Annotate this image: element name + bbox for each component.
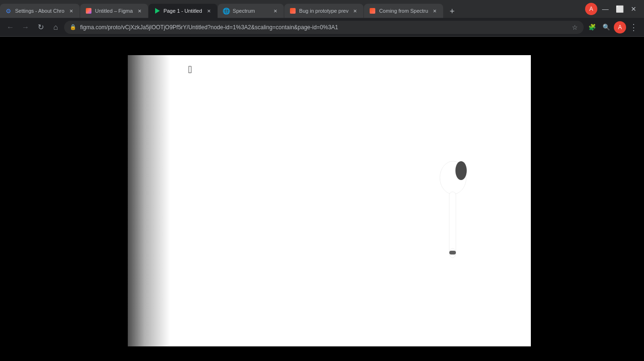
home-button[interactable]: ⌂ (49, 21, 62, 34)
tab-bug-proto-close[interactable]: ✕ (351, 7, 359, 15)
browser-window: ⚙ Settings - About Chro ✕ Untitled – Fig… (0, 0, 644, 361)
tab-spectrum-close[interactable]: ✕ (272, 7, 279, 15)
spectrum-favicon: 🌐 (223, 7, 230, 15)
tab-settings-close[interactable]: ✕ (67, 7, 75, 15)
window-controls: A — ⬜ ✕ (581, 0, 644, 18)
back-button[interactable]: ← (4, 21, 17, 34)
close-button[interactable]: ✕ (627, 2, 640, 16)
extensions-button[interactable]: 🧩 (586, 21, 599, 34)
toolbar-right: 🧩 🔍 A ⋮ (586, 21, 640, 34)
tab-coming-spectrum-close[interactable]: ✕ (431, 7, 438, 15)
apple-logo:  (188, 64, 192, 76)
address-bar[interactable]: 🔒 figma.com/proto/vCjXzkJa5jlOOTjO9Pf5rY… (64, 21, 584, 34)
tab-settings-label: Settings - About Chro (15, 8, 65, 14)
tab-figma-untitled[interactable]: Untitled – Figma ✕ (80, 4, 148, 18)
tab-bug-proto[interactable]: Bug in prototype prev ✕ (284, 4, 364, 18)
tab-bar: ⚙ Settings - About Chro ✕ Untitled – Fig… (0, 0, 644, 18)
tab-figma-untitled-label: Untitled – Figma (95, 8, 133, 14)
tab-spectrum-label: Spectrum (233, 8, 269, 14)
profile-avatar[interactable]: A (614, 21, 626, 33)
tab-figma-proto[interactable]: Page 1 - Untitled ✕ (149, 4, 217, 18)
tab-figma-proto-close[interactable]: ✕ (205, 7, 213, 15)
url-text: figma.com/proto/vCjXzkJa5jlOOTjO9Pf5rY/U… (80, 24, 568, 31)
tab-coming-spectrum[interactable]: Coming from Spectru ✕ (364, 4, 443, 18)
profile-avatar-top[interactable]: A (585, 2, 598, 16)
page-content:  (0, 37, 644, 361)
navigation-toolbar: ← → ↻ ⌂ 🔒 figma.com/proto/vCjXzkJa5jlOOT… (0, 18, 644, 37)
prototype-frame:  (128, 55, 531, 346)
figma-canvas:  (119, 53, 525, 345)
tab-figma-proto-label: Page 1 - Untitled (164, 8, 202, 14)
tab-settings[interactable]: ⚙ Settings - About Chro ✕ (0, 4, 80, 18)
bottom-white-area (128, 302, 415, 346)
maximize-button[interactable]: ⬜ (613, 2, 626, 16)
figma-proto-favicon (153, 7, 161, 15)
coming-spectrum-favicon (369, 7, 376, 15)
figma-untitled-favicon (85, 7, 92, 15)
bug-proto-favicon (289, 7, 297, 15)
new-tab-button[interactable]: + (446, 5, 459, 18)
airpod-image (437, 140, 474, 267)
tabs-container: ⚙ Settings - About Chro ✕ Untitled – Fig… (0, 0, 581, 18)
tab-bug-proto-label: Bug in prototype prev (299, 8, 349, 14)
lock-icon: 🔒 (70, 24, 76, 30)
svg-rect-5 (449, 251, 456, 254)
bookmark-icon[interactable]: ☆ (572, 24, 578, 31)
settings-favicon: ⚙ (5, 7, 12, 15)
svg-point-1 (455, 161, 467, 180)
minimize-button[interactable]: — (599, 2, 612, 16)
more-options-button[interactable]: ⋮ (627, 21, 640, 34)
svg-rect-2 (449, 192, 456, 253)
tab-figma-untitled-close[interactable]: ✕ (136, 7, 143, 15)
profile-circle-top: A (585, 3, 597, 15)
svg-point-4 (446, 166, 454, 180)
forward-button[interactable]: → (19, 21, 32, 34)
tab-spectrum[interactable]: 🌐 Spectrum ✕ (218, 4, 284, 18)
tab-coming-spectrum-label: Coming from Spectru (379, 8, 428, 14)
search-icon[interactable]: 🔍 (600, 21, 613, 34)
reload-button[interactable]: ↻ (34, 21, 47, 34)
